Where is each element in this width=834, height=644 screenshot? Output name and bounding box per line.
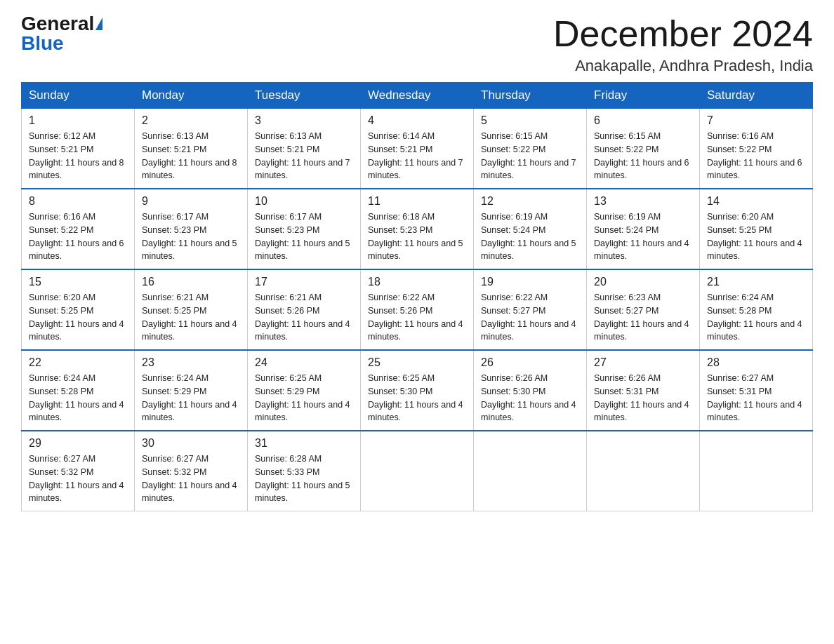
page-header: General Blue December 2024 Anakapalle, A… [21, 14, 813, 75]
calendar-cell: 18 Sunrise: 6:22 AMSunset: 5:26 PMDaylig… [361, 269, 474, 350]
calendar-cell [700, 431, 813, 511]
day-number: 1 [29, 114, 127, 127]
day-number: 26 [481, 356, 579, 369]
calendar-cell: 22 Sunrise: 6:24 AMSunset: 5:28 PMDaylig… [22, 350, 135, 431]
day-number: 25 [368, 356, 466, 369]
calendar-week-row: 15 Sunrise: 6:20 AMSunset: 5:25 PMDaylig… [22, 269, 813, 350]
day-number: 19 [481, 276, 579, 288]
calendar-cell: 2 Sunrise: 6:13 AMSunset: 5:21 PMDayligh… [135, 109, 248, 189]
calendar-cell: 17 Sunrise: 6:21 AMSunset: 5:26 PMDaylig… [248, 269, 361, 350]
logo-general-text: General [21, 14, 94, 34]
day-info: Sunrise: 6:21 AMSunset: 5:25 PMDaylight:… [142, 291, 240, 344]
day-info: Sunrise: 6:13 AMSunset: 5:21 PMDaylight:… [255, 130, 353, 182]
day-info: Sunrise: 6:28 AMSunset: 5:33 PMDaylight:… [255, 452, 353, 505]
calendar-cell: 30 Sunrise: 6:27 AMSunset: 5:32 PMDaylig… [135, 431, 248, 511]
day-number: 27 [594, 356, 692, 369]
day-info: Sunrise: 6:13 AMSunset: 5:21 PMDaylight:… [142, 130, 240, 182]
day-info: Sunrise: 6:16 AMSunset: 5:22 PMDaylight:… [707, 130, 805, 182]
day-info: Sunrise: 6:26 AMSunset: 5:30 PMDaylight:… [481, 372, 579, 424]
calendar-cell: 26 Sunrise: 6:26 AMSunset: 5:30 PMDaylig… [474, 350, 587, 431]
day-info: Sunrise: 6:23 AMSunset: 5:27 PMDaylight:… [594, 291, 692, 344]
day-number: 4 [368, 114, 466, 127]
calendar-week-row: 8 Sunrise: 6:16 AMSunset: 5:22 PMDayligh… [22, 189, 813, 269]
day-info: Sunrise: 6:20 AMSunset: 5:25 PMDaylight:… [29, 291, 127, 344]
day-info: Sunrise: 6:19 AMSunset: 5:24 PMDaylight:… [481, 210, 579, 263]
day-number: 2 [142, 114, 240, 127]
day-info: Sunrise: 6:27 AMSunset: 5:31 PMDaylight:… [707, 372, 805, 424]
day-number: 22 [29, 356, 127, 369]
title-block: December 2024 Anakapalle, Andhra Pradesh… [553, 14, 813, 75]
calendar-cell [474, 431, 587, 511]
weekday-header-friday: Friday [587, 83, 700, 109]
weekday-header-tuesday: Tuesday [248, 83, 361, 109]
calendar-cell [361, 431, 474, 511]
calendar-cell: 25 Sunrise: 6:25 AMSunset: 5:30 PMDaylig… [361, 350, 474, 431]
calendar-week-row: 29 Sunrise: 6:27 AMSunset: 5:32 PMDaylig… [22, 431, 813, 511]
calendar-week-row: 22 Sunrise: 6:24 AMSunset: 5:28 PMDaylig… [22, 350, 813, 431]
day-number: 9 [142, 195, 240, 208]
day-info: Sunrise: 6:25 AMSunset: 5:30 PMDaylight:… [368, 372, 466, 424]
day-info: Sunrise: 6:27 AMSunset: 5:32 PMDaylight:… [142, 452, 240, 505]
calendar-cell: 28 Sunrise: 6:27 AMSunset: 5:31 PMDaylig… [700, 350, 813, 431]
weekday-header-saturday: Saturday [700, 83, 813, 109]
day-info: Sunrise: 6:20 AMSunset: 5:25 PMDaylight:… [707, 210, 805, 263]
day-number: 18 [368, 276, 466, 288]
calendar-table: SundayMondayTuesdayWednesdayThursdayFrid… [21, 82, 813, 511]
day-number: 11 [368, 195, 466, 208]
day-number: 7 [707, 114, 805, 127]
day-info: Sunrise: 6:15 AMSunset: 5:22 PMDaylight:… [594, 130, 692, 182]
day-info: Sunrise: 6:21 AMSunset: 5:26 PMDaylight:… [255, 291, 353, 344]
calendar-cell: 5 Sunrise: 6:15 AMSunset: 5:22 PMDayligh… [474, 109, 587, 189]
day-number: 10 [255, 195, 353, 208]
weekday-header-sunday: Sunday [22, 83, 135, 109]
day-number: 23 [142, 356, 240, 369]
day-number: 12 [481, 195, 579, 208]
calendar-cell: 23 Sunrise: 6:24 AMSunset: 5:29 PMDaylig… [135, 350, 248, 431]
day-info: Sunrise: 6:25 AMSunset: 5:29 PMDaylight:… [255, 372, 353, 424]
day-info: Sunrise: 6:24 AMSunset: 5:28 PMDaylight:… [29, 372, 127, 424]
day-info: Sunrise: 6:12 AMSunset: 5:21 PMDaylight:… [29, 130, 127, 182]
day-info: Sunrise: 6:24 AMSunset: 5:28 PMDaylight:… [707, 291, 805, 344]
day-info: Sunrise: 6:16 AMSunset: 5:22 PMDaylight:… [29, 210, 127, 263]
calendar-cell: 4 Sunrise: 6:14 AMSunset: 5:21 PMDayligh… [361, 109, 474, 189]
day-info: Sunrise: 6:14 AMSunset: 5:21 PMDaylight:… [368, 130, 466, 182]
weekday-header-thursday: Thursday [474, 83, 587, 109]
day-info: Sunrise: 6:26 AMSunset: 5:31 PMDaylight:… [594, 372, 692, 424]
day-info: Sunrise: 6:22 AMSunset: 5:27 PMDaylight:… [481, 291, 579, 344]
calendar-cell: 3 Sunrise: 6:13 AMSunset: 5:21 PMDayligh… [248, 109, 361, 189]
calendar-cell [587, 431, 700, 511]
day-number: 15 [29, 276, 127, 288]
weekday-header-monday: Monday [135, 83, 248, 109]
calendar-cell: 16 Sunrise: 6:21 AMSunset: 5:25 PMDaylig… [135, 269, 248, 350]
calendar-cell: 31 Sunrise: 6:28 AMSunset: 5:33 PMDaylig… [248, 431, 361, 511]
day-number: 30 [142, 437, 240, 450]
day-number: 3 [255, 114, 353, 127]
calendar-cell: 7 Sunrise: 6:16 AMSunset: 5:22 PMDayligh… [700, 109, 813, 189]
calendar-cell: 24 Sunrise: 6:25 AMSunset: 5:29 PMDaylig… [248, 350, 361, 431]
weekday-header-row: SundayMondayTuesdayWednesdayThursdayFrid… [22, 83, 813, 109]
logo-blue-text: Blue [21, 34, 64, 53]
calendar-cell: 9 Sunrise: 6:17 AMSunset: 5:23 PMDayligh… [135, 189, 248, 269]
calendar-cell: 14 Sunrise: 6:20 AMSunset: 5:25 PMDaylig… [700, 189, 813, 269]
day-number: 29 [29, 437, 127, 450]
calendar-cell: 12 Sunrise: 6:19 AMSunset: 5:24 PMDaylig… [474, 189, 587, 269]
day-info: Sunrise: 6:17 AMSunset: 5:23 PMDaylight:… [142, 210, 240, 263]
calendar-cell: 21 Sunrise: 6:24 AMSunset: 5:28 PMDaylig… [700, 269, 813, 350]
day-number: 8 [29, 195, 127, 208]
day-info: Sunrise: 6:18 AMSunset: 5:23 PMDaylight:… [368, 210, 466, 263]
day-number: 16 [142, 276, 240, 288]
day-info: Sunrise: 6:19 AMSunset: 5:24 PMDaylight:… [594, 210, 692, 263]
calendar-cell: 11 Sunrise: 6:18 AMSunset: 5:23 PMDaylig… [361, 189, 474, 269]
day-number: 14 [707, 195, 805, 208]
calendar-week-row: 1 Sunrise: 6:12 AMSunset: 5:21 PMDayligh… [22, 109, 813, 189]
logo: General Blue [21, 14, 102, 53]
day-info: Sunrise: 6:15 AMSunset: 5:22 PMDaylight:… [481, 130, 579, 182]
day-info: Sunrise: 6:22 AMSunset: 5:26 PMDaylight:… [368, 291, 466, 344]
day-number: 6 [594, 114, 692, 127]
day-number: 20 [594, 276, 692, 288]
day-info: Sunrise: 6:27 AMSunset: 5:32 PMDaylight:… [29, 452, 127, 505]
calendar-cell: 29 Sunrise: 6:27 AMSunset: 5:32 PMDaylig… [22, 431, 135, 511]
calendar-cell: 8 Sunrise: 6:16 AMSunset: 5:22 PMDayligh… [22, 189, 135, 269]
day-number: 31 [255, 437, 353, 450]
day-number: 21 [707, 276, 805, 288]
